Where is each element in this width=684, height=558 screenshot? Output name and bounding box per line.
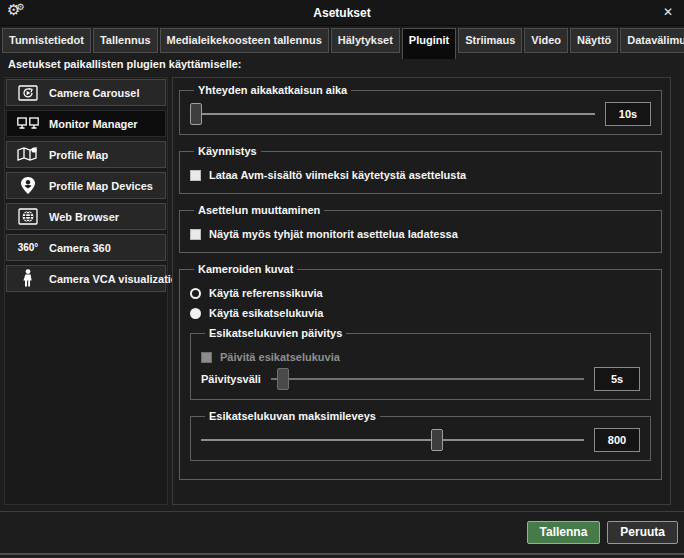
window-bottom-edge <box>0 553 684 555</box>
radio-label: Käytä referenssikuvia <box>209 287 323 299</box>
sidebar-item-label: Profile Map <box>49 149 108 161</box>
checkbox-box[interactable] <box>190 229 201 240</box>
save-button[interactable]: Tallenna <box>527 521 601 544</box>
checkbox-label: Näytä myös tyhjät monitorit asettelua la… <box>209 228 458 240</box>
group-connection-timeout: Yhteyden aikakatkaisun aika 10s <box>179 84 662 135</box>
sidebar-item-camera-carousel[interactable]: Camera Carousel <box>6 79 166 106</box>
group-legend: Esikatselukuvan maksimileveys <box>205 410 380 422</box>
connection-timeout-slider[interactable] <box>190 102 595 126</box>
update-interval-slider <box>271 367 584 391</box>
radio-use-preview-images[interactable]: Käytä esikatselukuvia <box>190 307 651 319</box>
group-legend: Yhteyden aikakatkaisun aika <box>194 84 351 96</box>
checkbox-update-previews: Päivitä esikatselukuvia <box>201 351 640 363</box>
max-width-value[interactable]: 800 <box>594 428 640 452</box>
camera-carousel-icon <box>16 85 40 101</box>
tab-naytto[interactable]: Näyttö <box>570 28 618 53</box>
person-icon <box>16 269 40 288</box>
checkbox-show-empty-monitors[interactable]: Näytä myös tyhjät monitorit asettelua la… <box>190 228 651 240</box>
tab-tallennus[interactable]: Tallennus <box>93 28 158 53</box>
tab-datavalimuisti[interactable]: Datavälimuisti <box>620 28 684 53</box>
tab-medialeikekoosteen-tallennus[interactable]: Medialeikekoosteen tallennus <box>160 28 329 53</box>
group-legend: Käynnistys <box>194 145 261 157</box>
connection-timeout-value[interactable]: 10s <box>605 102 651 126</box>
update-interval-label: Päivitysväli <box>201 373 261 385</box>
tab-striimaus[interactable]: Striimaus <box>458 28 522 53</box>
camera-360-icon: 360° <box>16 242 40 253</box>
sidebar-item-label: Web Browser <box>49 211 119 223</box>
plugins-intro-label: Asetukset paikallisten plugien käyttämis… <box>8 58 242 70</box>
tab-pluginit[interactable]: Pluginit <box>402 28 456 59</box>
tab-tunnistetiedot[interactable]: Tunnistetiedot <box>2 28 91 53</box>
tab-halytykset[interactable]: Hälytykset <box>331 28 400 53</box>
plugin-sidebar: Camera Carousel Monitor Manager Profile … <box>4 77 168 505</box>
sidebar-item-camera-360[interactable]: 360° Camera 360 <box>6 234 166 261</box>
sidebar-item-label: Monitor Manager <box>49 118 138 130</box>
group-preview-max-width: Esikatselukuvan maksimileveys 800 <box>190 410 651 461</box>
web-browser-icon <box>16 208 40 225</box>
titlebar: ⚙⚙ Asetukset ✕ <box>0 0 684 26</box>
sidebar-item-camera-vca[interactable]: Camera VCA visualization <box>6 265 166 292</box>
radio-use-reference-images[interactable]: Käytä referenssikuvia <box>190 287 651 299</box>
gears-icon: ⚙⚙ <box>7 1 29 19</box>
update-interval-value[interactable]: 5s <box>594 367 640 391</box>
sidebar-item-profile-map-devices[interactable]: Profile Map Devices <box>6 172 166 199</box>
close-icon[interactable]: ✕ <box>660 4 676 20</box>
radio-button[interactable] <box>190 288 201 299</box>
sidebar-item-label: Camera VCA visualization <box>49 273 184 285</box>
slider-thumb[interactable] <box>431 429 443 451</box>
plugin-settings-panel: Yhteyden aikakatkaisun aika 10s Käynnist… <box>172 77 671 505</box>
sidebar-item-profile-map[interactable]: Profile Map <box>6 141 166 168</box>
checkbox-box[interactable] <box>190 170 201 181</box>
profile-map-icon <box>16 146 40 163</box>
footer: Tallenna Peruuta <box>0 511 684 552</box>
group-layout-change: Asettelun muuttaminen Näytä myös tyhjät … <box>179 204 662 253</box>
sidebar-item-monitor-manager[interactable]: Monitor Manager <box>6 110 166 137</box>
profile-map-devices-icon <box>16 176 40 195</box>
slider-thumb <box>277 368 289 390</box>
radio-label: Käytä esikatselukuvia <box>209 307 323 319</box>
checkbox-load-avm-content[interactable]: Lataa Avm-sisältö viimeksi käytetystä as… <box>190 169 651 181</box>
monitor-manager-icon <box>16 116 40 132</box>
sidebar-item-label: Camera Carousel <box>49 87 140 99</box>
cancel-button[interactable]: Peruuta <box>607 521 678 544</box>
group-legend: Kameroiden kuvat <box>194 263 297 275</box>
checkbox-label: Lataa Avm-sisältö viimeksi käytetystä as… <box>209 169 466 181</box>
slider-track <box>271 378 584 380</box>
group-camera-images: Kameroiden kuvat Käytä referenssikuvia K… <box>179 263 662 480</box>
tab-bar: Tunnistetiedot Tallennus Medialeikekoost… <box>0 28 684 55</box>
max-width-slider[interactable] <box>201 428 584 452</box>
slider-track[interactable] <box>190 113 595 115</box>
window-title: Asetukset <box>0 6 684 20</box>
slider-track[interactable] <box>201 439 584 441</box>
group-legend: Esikatselukuvien päivitys <box>205 327 346 339</box>
checkbox-label: Päivitä esikatselukuvia <box>220 351 340 363</box>
sidebar-item-web-browser[interactable]: Web Browser <box>6 203 166 230</box>
checkbox-box <box>201 352 212 363</box>
group-preview-update: Esikatselukuvien päivitys Päivitä esikat… <box>190 327 651 400</box>
sidebar-item-label: Camera 360 <box>49 242 111 254</box>
sidebar-item-label: Profile Map Devices <box>49 180 153 192</box>
tab-video[interactable]: Video <box>524 28 568 53</box>
radio-button[interactable] <box>190 308 201 319</box>
group-startup: Käynnistys Lataa Avm-sisältö viimeksi kä… <box>179 145 662 194</box>
group-legend: Asettelun muuttaminen <box>194 204 324 216</box>
slider-thumb[interactable] <box>190 103 202 125</box>
